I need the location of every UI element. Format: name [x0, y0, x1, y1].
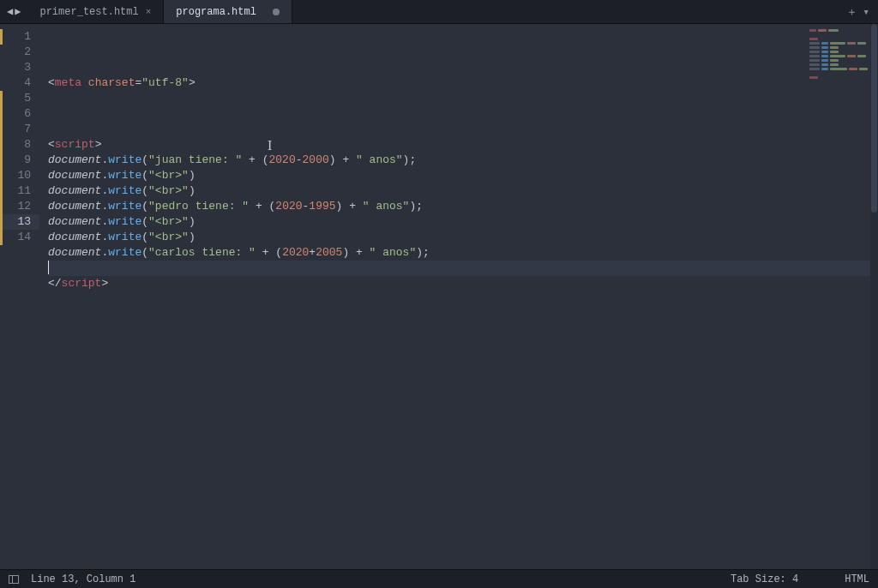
code-line[interactable]: [48, 122, 878, 137]
status-tab-size[interactable]: Tab Size: 4: [731, 573, 798, 585]
code-line[interactable]: document.write("pedro tiene: " + (2020-1…: [48, 199, 878, 214]
token-st: "pedro tiene: ": [148, 200, 249, 213]
status-bar: Line 13, Column 1 Tab Size: 4 HTML: [0, 569, 878, 588]
token-p: ): [189, 184, 195, 197]
token-p: (: [256, 153, 269, 166]
code-line[interactable]: <script>: [48, 137, 878, 153]
line-number-gutter[interactable]: 1234567891011121314: [0, 24, 39, 569]
line-number[interactable]: 3: [0, 60, 39, 75]
line-number[interactable]: 2: [0, 45, 39, 60]
code-line[interactable]: document.write("<br>"): [48, 168, 878, 183]
tab-label: programa.html: [176, 6, 256, 18]
unsaved-dot-icon: [273, 9, 280, 15]
code-line[interactable]: document.write("carlos tiene: " + (2020+…: [48, 245, 878, 261]
token-p: [349, 153, 356, 166]
status-syntax[interactable]: HTML: [845, 573, 869, 585]
code-line[interactable]: document.write("<br>"): [48, 183, 878, 199]
close-icon[interactable]: ×: [146, 7, 152, 17]
token-p: <: [48, 76, 55, 89]
tab-programa[interactable]: programa.html: [164, 0, 292, 23]
token-p: );: [409, 200, 423, 213]
token-p: [81, 76, 88, 89]
token-p: >: [95, 138, 102, 151]
token-at: 1995: [309, 200, 335, 213]
token-st: "<br>": [148, 215, 189, 228]
line-number[interactable]: 10: [0, 168, 39, 183]
line-number[interactable]: 8: [0, 137, 39, 153]
token-fn: write: [108, 246, 141, 259]
line-number[interactable]: 7: [0, 122, 39, 137]
token-p: ): [329, 153, 343, 166]
text-cursor-icon: I: [268, 138, 272, 153]
nav-forward-icon[interactable]: ▶: [15, 5, 21, 18]
token-p: (: [141, 215, 148, 228]
token-p: (: [141, 184, 148, 197]
token-p: [242, 153, 249, 166]
editor-area: 1234567891011121314 <meta charset="utf-8…: [0, 24, 878, 569]
line-number[interactable]: 6: [0, 106, 39, 122]
tabbar-spacer: [292, 0, 838, 23]
token-p: [249, 200, 256, 213]
line-number[interactable]: 4: [0, 75, 39, 91]
line-number[interactable]: 9: [0, 153, 39, 168]
token-p: [363, 246, 370, 259]
line-number[interactable]: 11: [0, 183, 39, 199]
line-number[interactable]: 1: [0, 29, 39, 45]
token-op: +: [262, 246, 269, 259]
code-line[interactable]: <meta charset="utf-8">: [48, 75, 878, 91]
token-at: 2005: [316, 246, 342, 259]
code-line[interactable]: [48, 261, 878, 276]
token-fn: write: [108, 215, 141, 228]
new-tab-icon[interactable]: ＋: [846, 4, 857, 20]
code-line[interactable]: [48, 91, 878, 106]
tab-dropdown-icon[interactable]: ▾: [863, 5, 869, 19]
token-st: " anos": [363, 200, 410, 213]
token-p: (: [141, 246, 148, 259]
scrollbar-thumb[interactable]: [871, 24, 877, 213]
line-number[interactable]: 12: [0, 199, 39, 214]
code-line[interactable]: </script>: [48, 276, 878, 291]
token-st: "<br>": [148, 231, 189, 243]
caret-icon: [48, 261, 49, 274]
token-fn: write: [108, 231, 141, 243]
line-number[interactable]: 14: [0, 230, 39, 245]
token-p: <: [48, 138, 55, 151]
token-p: ): [189, 169, 195, 182]
code-line[interactable]: [48, 106, 878, 122]
code-line[interactable]: document.write("juan tiene: " + (2020-20…: [48, 153, 878, 168]
token-p: ): [336, 200, 350, 213]
token-op: +: [309, 246, 316, 259]
token-p: >: [189, 76, 195, 89]
line-number[interactable]: 5: [0, 91, 39, 106]
tab-label: primer_test.html: [39, 6, 138, 18]
token-fn: write: [108, 200, 141, 213]
token-p: ): [342, 246, 356, 259]
token-fn: write: [108, 184, 141, 197]
token-obj: document: [48, 169, 101, 182]
token-obj: document: [48, 231, 101, 243]
token-st: "<br>": [148, 184, 189, 197]
token-op: +: [356, 246, 363, 259]
token-kw: script: [62, 277, 102, 290]
tabbar-right-controls: ＋ ▾: [838, 0, 878, 23]
token-p: (: [141, 153, 148, 166]
token-kw: meta: [55, 76, 81, 89]
vertical-scrollbar[interactable]: [870, 24, 878, 569]
token-p: (: [141, 200, 148, 213]
sidebar-toggle-icon[interactable]: [9, 575, 19, 584]
token-p: ): [189, 231, 195, 243]
line-number[interactable]: 13: [0, 214, 39, 230]
token-kw: script: [55, 138, 95, 151]
code-line[interactable]: document.write("<br>"): [48, 214, 878, 230]
token-at: 2020: [269, 153, 296, 166]
status-cursor-position[interactable]: Line 13, Column 1: [31, 573, 135, 585]
token-fn: write: [108, 153, 141, 166]
tab-primer-test[interactable]: primer_test.html ×: [27, 0, 164, 23]
token-op: +: [256, 200, 262, 213]
token-st: "carlos tiene: ": [148, 246, 256, 259]
nav-back-icon[interactable]: ◀: [7, 5, 13, 18]
code-line[interactable]: document.write("<br>"): [48, 230, 878, 245]
token-p: (: [141, 169, 148, 182]
code-area[interactable]: <meta charset="utf-8"><script>document.w…: [39, 24, 878, 569]
token-p: [356, 200, 363, 213]
